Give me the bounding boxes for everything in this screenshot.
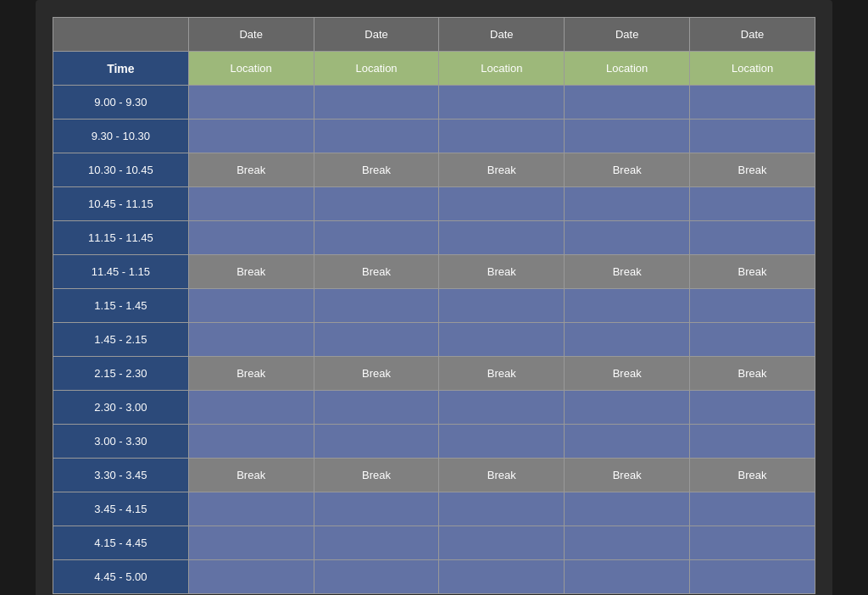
table-row: 2.15 - 2.30BreakBreakBreakBreakBreak	[53, 357, 815, 391]
break-cell: Break	[690, 459, 815, 492]
session-cell	[188, 560, 314, 594]
session-cell	[439, 221, 565, 255]
session-cell	[188, 221, 314, 255]
header-date-row: Date Date Date Date Date	[53, 18, 815, 52]
session-cell	[314, 391, 439, 425]
table-row: 9.30 - 10.30	[53, 120, 815, 153]
table-row: 10.30 - 10.45BreakBreakBreakBreakBreak	[53, 153, 815, 187]
session-cell	[690, 323, 815, 357]
session-cell	[314, 526, 439, 560]
session-cell	[314, 120, 439, 153]
header-date-col-3: Date	[439, 18, 565, 52]
time-cell: 3.30 - 3.45	[53, 459, 189, 492]
session-cell	[690, 187, 815, 221]
table-row: 10.45 - 11.15	[53, 187, 815, 221]
time-cell: 3.45 - 4.15	[53, 492, 189, 526]
session-cell	[439, 289, 565, 323]
break-cell: Break	[314, 357, 439, 391]
session-cell	[314, 187, 439, 221]
session-cell	[565, 289, 690, 323]
schedule-body: 9.00 - 9.309.30 - 10.3010.30 - 10.45Brea…	[53, 86, 815, 594]
time-header: Time	[53, 52, 189, 86]
table-row: 9.00 - 9.30	[53, 86, 815, 120]
session-cell	[439, 187, 565, 221]
session-cell	[439, 323, 565, 357]
header-location-col-4: Location	[565, 52, 690, 86]
break-cell: Break	[188, 153, 314, 187]
break-cell: Break	[439, 459, 565, 492]
header-location-row: Time Location Location Location Location…	[53, 52, 815, 86]
table-row: 4.15 - 4.45	[53, 526, 815, 560]
session-cell	[690, 289, 815, 323]
time-cell: 11.15 - 11.45	[53, 221, 189, 255]
break-cell: Break	[565, 153, 690, 187]
header-location-col-3: Location	[439, 52, 565, 86]
time-cell: 3.00 - 3.30	[53, 425, 189, 459]
session-cell	[188, 120, 314, 153]
session-cell	[314, 86, 439, 120]
session-cell	[314, 425, 439, 459]
session-cell	[188, 391, 314, 425]
time-cell: 2.30 - 3.00	[53, 391, 189, 425]
time-cell: 9.00 - 9.30	[53, 86, 189, 120]
session-cell	[188, 323, 314, 357]
session-cell	[439, 425, 565, 459]
time-cell: 4.45 - 5.00	[53, 560, 189, 594]
session-cell	[314, 323, 439, 357]
session-cell	[439, 492, 565, 526]
break-cell: Break	[565, 459, 690, 492]
session-cell	[565, 560, 690, 594]
header-location-col-2: Location	[314, 52, 439, 86]
session-cell	[439, 526, 565, 560]
header-date-col-1: Date	[188, 18, 314, 52]
time-cell: 11.45 - 1.15	[53, 255, 189, 289]
time-cell: 1.15 - 1.45	[53, 289, 189, 323]
session-cell	[690, 391, 815, 425]
table-row: 1.15 - 1.45	[53, 289, 815, 323]
session-cell	[314, 221, 439, 255]
break-cell: Break	[314, 153, 439, 187]
break-cell: Break	[314, 255, 439, 289]
session-cell	[188, 289, 314, 323]
session-cell	[565, 221, 690, 255]
session-cell	[565, 120, 690, 153]
break-cell: Break	[439, 255, 565, 289]
table-row: 2.30 - 3.00	[53, 391, 815, 425]
session-cell	[314, 289, 439, 323]
session-cell	[565, 323, 690, 357]
session-cell	[314, 492, 439, 526]
session-cell	[565, 86, 690, 120]
time-cell: 2.15 - 2.30	[53, 357, 189, 391]
session-cell	[690, 120, 815, 153]
break-cell: Break	[439, 153, 565, 187]
session-cell	[690, 425, 815, 459]
break-cell: Break	[565, 255, 690, 289]
time-cell: 1.45 - 2.15	[53, 323, 189, 357]
session-cell	[439, 391, 565, 425]
header-date-col-2: Date	[314, 18, 439, 52]
table-row: 11.45 - 1.15BreakBreakBreakBreakBreak	[53, 255, 815, 289]
break-cell: Break	[439, 357, 565, 391]
session-cell	[188, 492, 314, 526]
session-cell	[188, 187, 314, 221]
session-cell	[690, 526, 815, 560]
session-cell	[439, 86, 565, 120]
header-date-col-4: Date	[565, 18, 690, 52]
schedule-table: Date Date Date Date Date Time Location L…	[53, 17, 815, 594]
session-cell	[565, 492, 690, 526]
session-cell	[565, 187, 690, 221]
session-cell	[439, 560, 565, 594]
session-cell	[188, 86, 314, 120]
break-cell: Break	[188, 459, 314, 492]
break-cell: Break	[188, 255, 314, 289]
header-date-col-5: Date	[690, 18, 815, 52]
break-cell: Break	[690, 255, 815, 289]
header-location-col-5: Location	[690, 52, 815, 86]
session-cell	[690, 221, 815, 255]
session-cell	[565, 425, 690, 459]
session-cell	[690, 560, 815, 594]
session-cell	[188, 425, 314, 459]
time-cell: 9.30 - 10.30	[53, 120, 189, 153]
table-row: 3.30 - 3.45BreakBreakBreakBreakBreak	[53, 459, 815, 492]
table-row: 4.45 - 5.00	[53, 560, 815, 594]
